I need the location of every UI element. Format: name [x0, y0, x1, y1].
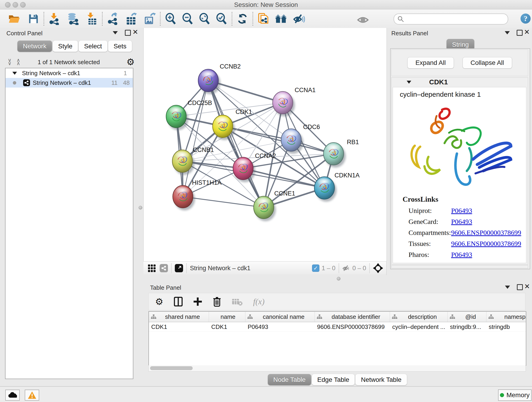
zoom-selected-icon[interactable] [215, 12, 228, 25]
network-node-CCNE1[interactable]: CCNE1 [254, 190, 295, 221]
column-header--id[interactable]: @id [448, 312, 486, 322]
scrollbar-thumb[interactable] [150, 366, 193, 370]
table-row[interactable]: CDK1CDK1P064939606.ENSP00000378699cyclin… [149, 322, 526, 332]
close-panel-icon[interactable]: ✕ [524, 30, 530, 34]
export-image-icon[interactable] [143, 12, 156, 25]
save-session-icon[interactable] [27, 12, 40, 25]
show-all-icon[interactable] [356, 13, 369, 26]
open-in-new-window-icon[interactable] [175, 264, 183, 272]
collection-expand-icon[interactable] [12, 72, 17, 75]
network-graph[interactable]: CCNB2CCNA1CDC25BCDK1CDC6RB1CCNB1CCNA2CDK… [144, 28, 386, 261]
expand-all-button[interactable]: Expand All [407, 57, 454, 69]
table-cell[interactable]: 9606.ENSP00000378699 [315, 323, 390, 331]
column-header-shared-name[interactable]: shared name [149, 312, 209, 322]
table-cell[interactable]: cyclin–dependent ... [390, 323, 448, 331]
tab-network[interactable]: Network [17, 41, 52, 52]
splitter-handle-icon[interactable] [139, 206, 142, 210]
crosslink-link[interactable]: 9606.ENSP00000378699 [451, 240, 521, 248]
search-input[interactable] [404, 15, 505, 23]
float-panel-icon[interactable] [505, 286, 510, 289]
hidden-eye-icon[interactable] [342, 265, 350, 271]
cloud-icon [8, 392, 17, 398]
network-node-RB1[interactable]: RB1 [323, 139, 359, 167]
export-table-icon[interactable] [125, 12, 138, 25]
search-box [394, 13, 508, 25]
left-splitter[interactable] [138, 28, 143, 386]
table-options-gear-icon[interactable]: ⚙ [155, 297, 163, 306]
crosslink-link[interactable]: 9606.ENSP00000378699 [451, 229, 521, 236]
column-header-database-identifier[interactable]: database identifier [315, 312, 390, 322]
create-column-icon[interactable] [193, 297, 202, 306]
results-panel: Results Panel ✕ String Expand All Collap… [389, 28, 532, 282]
network-node-HIST1H1A[interactable]: HIST1H1A [173, 179, 222, 211]
tab-edge-table[interactable]: Edge Table [312, 374, 355, 385]
collapse-all-button[interactable]: Collapse All [462, 57, 512, 69]
float-panel-icon[interactable] [505, 31, 510, 34]
table-cell[interactable]: P06493 [245, 323, 315, 331]
memory-button[interactable]: Memory [498, 389, 532, 401]
birds-eye-view-icon[interactable] [373, 263, 383, 273]
show-columns-icon[interactable] [174, 297, 183, 306]
import-network-from-database-icon[interactable] [67, 12, 80, 25]
column-header-name[interactable]: name [209, 312, 245, 322]
import-network-icon[interactable] [48, 12, 61, 25]
float-panel-icon[interactable] [113, 31, 118, 34]
cloud-status-button[interactable] [5, 390, 20, 401]
network-node-CDKN1A[interactable]: CDKN1A [314, 172, 360, 202]
network-node-CCNA1[interactable]: CCNA1 [273, 87, 316, 116]
crosslink-link[interactable]: P06493 [451, 218, 472, 225]
import-table-icon[interactable] [85, 12, 98, 25]
network-options-gear-icon[interactable]: ⚙ [127, 57, 135, 66]
toolbar-separator [160, 12, 161, 26]
column-header-namespace[interactable]: namespace [486, 312, 526, 322]
help-icon[interactable]: ? [520, 13, 531, 24]
section-expand-icon[interactable] [407, 81, 411, 84]
tab-network-table[interactable]: Network Table [355, 374, 407, 385]
table-h-scrollbar[interactable] [148, 365, 526, 371]
network-view-canvas[interactable]: CCNB2CCNA1CDC25BCDK1CDC6RB1CCNB1CCNA2CDK… [143, 28, 387, 261]
network-node-CCNB2[interactable]: CCNB2 [198, 63, 241, 94]
table-cell[interactable]: stringdb [486, 323, 526, 331]
crosslink-link[interactable]: P06493 [451, 207, 472, 215]
network-collection-row[interactable]: String Network – cdk1 1 [6, 68, 133, 78]
maximize-panel-icon[interactable] [517, 30, 523, 36]
crosslink-link[interactable]: P06493 [451, 251, 472, 259]
close-panel-icon[interactable]: ✕ [524, 284, 530, 289]
zoom-fit-icon[interactable] [198, 12, 211, 25]
clone-network-icon[interactable] [257, 12, 270, 25]
table-cell[interactable]: CDK1 [209, 323, 245, 331]
table-cell[interactable]: stringdb:9... [448, 323, 486, 331]
column-header-description[interactable]: description [390, 312, 448, 322]
selected-checkbox-icon[interactable]: ✓ [312, 264, 319, 272]
network-edge[interactable] [208, 80, 264, 207]
network-share-icon[interactable] [160, 264, 168, 272]
splitter-handle-icon[interactable] [337, 277, 341, 281]
tab-sets[interactable]: Sets [108, 41, 132, 52]
refresh-icon[interactable] [236, 12, 249, 25]
tab-style[interactable]: Style [53, 41, 78, 52]
tab-node-table[interactable]: Node Table [268, 374, 311, 385]
maximize-panel-icon[interactable] [517, 284, 523, 290]
column-header-canonical-name[interactable]: canonical name [245, 312, 315, 322]
table-cell[interactable]: CDK1 [149, 323, 209, 331]
horizontal-splitter[interactable] [143, 274, 386, 282]
network-edge[interactable] [243, 168, 324, 188]
tab-select[interactable]: Select [79, 41, 108, 52]
gene-section-header[interactable]: CDK1 [392, 77, 528, 87]
gene-description: cyclin–dependent kinase 1 [400, 90, 526, 98]
delete-column-icon[interactable] [213, 297, 221, 307]
export-network-icon[interactable] [106, 12, 119, 25]
network-row[interactable]: String Network – cdk1 11 48 [6, 78, 133, 88]
string-home-icon[interactable] [275, 12, 288, 25]
network-type-icon [23, 79, 30, 86]
grid-view-icon[interactable] [148, 264, 156, 272]
network-edge[interactable] [183, 197, 264, 207]
open-session-icon[interactable] [8, 12, 21, 25]
network-node-CCNB1[interactable]: CCNB1 [172, 147, 214, 175]
warnings-button[interactable] [25, 390, 39, 401]
maximize-panel-icon[interactable] [125, 30, 131, 36]
zoom-in-icon[interactable] [164, 12, 177, 25]
table-header-row: shared namenamecanonical namedatabase id… [149, 312, 526, 322]
zoom-out-icon[interactable] [181, 12, 194, 25]
hide-selected-icon[interactable] [293, 12, 305, 25]
